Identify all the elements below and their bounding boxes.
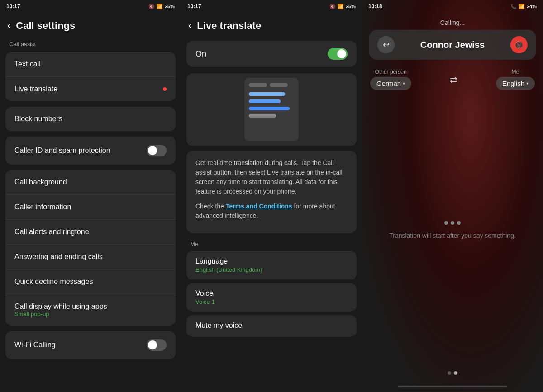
- mute-label: Mute my voice: [195, 321, 348, 330]
- signal-icon-3: 📶: [519, 4, 525, 9]
- caller-back-button[interactable]: ↩: [377, 36, 395, 53]
- terms-link[interactable]: Terms and Conditions: [226, 203, 292, 210]
- call-settings-panel: 10:17 🔇 📶 25% ‹ Call settings Call assis…: [0, 0, 181, 392]
- menu-group-caller-id: Caller ID and spam protection: [5, 137, 176, 165]
- dots-indicator: [444, 221, 461, 225]
- status-icons-1: 🔇 📶 25%: [148, 4, 175, 9]
- menu-group-block: Block numbers: [5, 107, 176, 131]
- mockup-bar-1: [249, 92, 285, 96]
- call-alerts-label: Call alerts and ringtone: [14, 228, 89, 236]
- menu-group-wifi: Wi-Fi Calling: [5, 331, 176, 359]
- voice-setting[interactable]: Voice Voice 1: [186, 283, 357, 312]
- swap-icon[interactable]: ⇄: [450, 74, 457, 85]
- mockup-pill-1: [249, 83, 267, 87]
- battery-1: 25%: [165, 4, 175, 9]
- answering-label: Answering and ending calls: [14, 253, 103, 261]
- caller-id-label: Caller ID and spam protection: [14, 146, 110, 155]
- caller-id-toggle[interactable]: [147, 145, 167, 156]
- calling-status: Calling...: [362, 13, 543, 30]
- menu-item-live-translate[interactable]: Live translate: [5, 77, 176, 101]
- page-title-2: Live translate: [197, 20, 261, 32]
- mute-icon-2: 🔇: [329, 4, 336, 9]
- other-person-label: Other person: [375, 69, 407, 75]
- me-group: Me English ▾: [496, 69, 535, 90]
- preview-card: [186, 73, 357, 146]
- description-card: Get real-time translation during calls. …: [186, 151, 357, 233]
- language-setting[interactable]: Language English (United Kingdom): [186, 251, 357, 279]
- menu-item-text-call[interactable]: Text call: [5, 52, 176, 77]
- menu-group-assist: Text call Live translate: [5, 52, 176, 101]
- language-row: Other person German ▾ ⇄ Me English ▾: [362, 65, 543, 96]
- mute-setting[interactable]: Mute my voice: [186, 315, 357, 337]
- mockup-top: [249, 83, 294, 87]
- status-bar-1: 10:17 🔇 📶 25%: [0, 0, 181, 13]
- back-arrow-icon: ↩: [383, 40, 390, 50]
- description-text-1: Get real-time translation during calls. …: [195, 158, 348, 196]
- menu-item-answering[interactable]: Answering and ending calls: [5, 245, 176, 269]
- status-icons-3: 📞 📶 24%: [510, 4, 537, 9]
- back-button-1[interactable]: ‹: [7, 21, 10, 31]
- menu-item-block-numbers[interactable]: Block numbers: [5, 107, 176, 131]
- calling-panel: 10:18 📞 📶 24% Calling... ↩ Connor Jewiss…: [362, 0, 543, 392]
- live-translate-label: Live translate: [14, 85, 57, 93]
- other-person-group: Other person German ▾: [370, 69, 411, 90]
- call-display-label: Call display while using apps: [14, 302, 107, 311]
- phone-mockup: [244, 78, 299, 141]
- menu-item-caller-info[interactable]: Caller information: [5, 195, 176, 220]
- signal-icon: 📶: [157, 4, 163, 9]
- on-toggle-row: On: [186, 41, 357, 67]
- wifi-calling-toggle[interactable]: [147, 339, 167, 351]
- language-label: Language: [195, 257, 348, 265]
- on-label: On: [195, 49, 206, 59]
- page-title-1: Call settings: [16, 20, 75, 32]
- time-3: 10:18: [368, 3, 382, 9]
- voice-label: Voice: [195, 289, 348, 298]
- end-call-icon: 📵: [514, 41, 524, 49]
- chevron-down-icon-1: ▾: [403, 81, 405, 86]
- menu-item-caller-id[interactable]: Caller ID and spam protection: [5, 137, 176, 165]
- me-lang: English: [502, 80, 524, 87]
- back-button-2[interactable]: ‹: [188, 21, 191, 31]
- menu-item-quick-decline[interactable]: Quick decline messages: [5, 269, 176, 294]
- status-bar-3: 10:18 📞 📶 24%: [362, 0, 543, 13]
- live-translate-header: ‹ Live translate: [181, 13, 362, 37]
- menu-item-call-display[interactable]: Call display while using apps Small pop-…: [5, 294, 176, 326]
- battery-2: 25%: [346, 4, 356, 9]
- page-dot-1: [448, 371, 451, 375]
- time-1: 10:17: [6, 3, 20, 9]
- voice-value: Voice 1: [195, 298, 348, 305]
- time-2: 10:17: [187, 3, 201, 9]
- block-numbers-label: Block numbers: [14, 115, 62, 123]
- caller-name: Connor Jewiss: [400, 40, 505, 50]
- language-value: English (United Kingdom): [195, 266, 348, 273]
- other-person-lang: German: [376, 80, 401, 87]
- dot-2: [451, 221, 454, 225]
- live-translate-toggle[interactable]: [328, 48, 348, 60]
- call-content: 10:18 📞 📶 24% Calling... ↩ Connor Jewiss…: [362, 0, 543, 392]
- dot-1: [444, 221, 448, 225]
- translation-hint: Translation will start after you say som…: [376, 232, 529, 239]
- me-section-label: Me: [181, 236, 362, 249]
- page-dot-2: [454, 371, 457, 375]
- mockup-bar-4: [249, 114, 276, 118]
- call-display-sub: Small pop-up: [14, 311, 107, 317]
- me-lang-label: Me: [512, 69, 519, 75]
- page-dots: [362, 364, 543, 382]
- text-call-label: Text call: [14, 60, 41, 68]
- quick-decline-label: Quick decline messages: [14, 278, 93, 286]
- description-text-2: Check the Terms and Conditions for more …: [195, 202, 348, 221]
- me-lang-dropdown[interactable]: English ▾: [496, 77, 535, 90]
- mockup-bar-2: [249, 99, 281, 103]
- end-call-button[interactable]: 📵: [510, 36, 528, 53]
- caller-card: ↩ Connor Jewiss 📵: [369, 30, 536, 60]
- menu-item-call-background[interactable]: Call background: [5, 170, 176, 195]
- status-bar-2: 10:17 🔇 📶 25%: [181, 0, 362, 13]
- other-person-lang-dropdown[interactable]: German ▾: [370, 77, 411, 90]
- menu-item-wifi-calling[interactable]: Wi-Fi Calling: [5, 331, 176, 359]
- menu-item-call-alerts[interactable]: Call alerts and ringtone: [5, 220, 176, 245]
- mute-icon: 🔇: [148, 4, 155, 9]
- phone-icon: 📞: [510, 4, 517, 9]
- mockup-bar-3: [249, 107, 290, 110]
- signal-icon-2: 📶: [338, 4, 344, 9]
- battery-3: 24%: [527, 4, 537, 9]
